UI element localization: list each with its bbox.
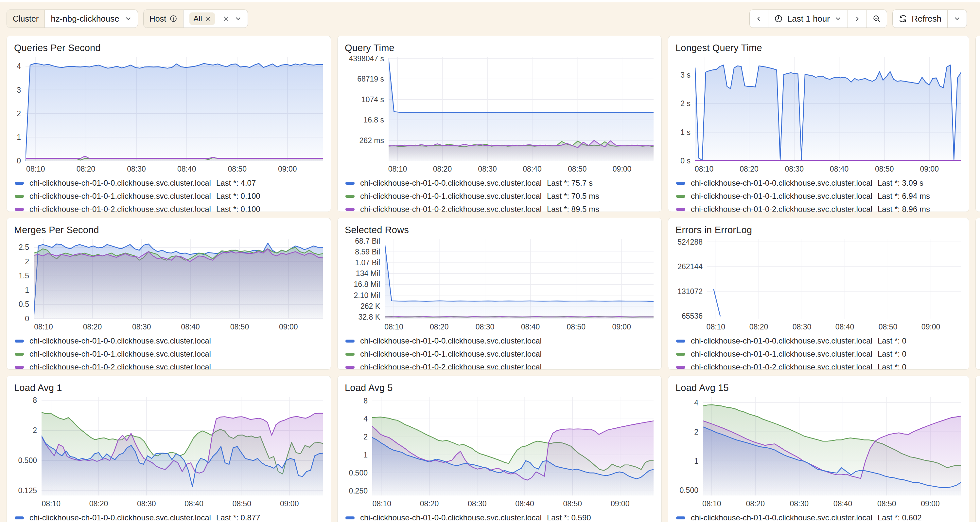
x-tick-label: 09:00 [611, 500, 630, 508]
chevron-left-icon [756, 15, 762, 22]
y-axis-labels: 65536131072262144524288 [675, 239, 703, 319]
x-tick-label: 08:40 [834, 500, 853, 508]
x-tick-label: 08:30 [476, 322, 495, 331]
x-tick-label: 08:30 [478, 165, 497, 174]
legend-item[interactable]: chi-clickhouse-ch-01-0-2.clickhouse.svc.… [15, 203, 323, 212]
y-tick-label: 0 [17, 156, 21, 165]
legend-item[interactable]: chi-clickhouse-ch-01-0-0.clickhouse.svc.… [15, 334, 323, 348]
legend-item[interactable]: chi-clickhouse-ch-01-0-1.clickhouse.svc.… [15, 348, 323, 361]
legend-item[interactable]: chi-clickhouse-ch-01-0-1.clickhouse.svc.… [345, 348, 654, 361]
legend-item[interactable]: chi-clickhouse-ch-01-0-1.clickhouse.svc.… [15, 190, 323, 203]
plot-area[interactable] [703, 397, 961, 495]
x-axis-labels: 08:1008:2008:3008:4008:5009:00 [372, 497, 654, 509]
legend-item[interactable]: chi-clickhouse-ch-01-0-1.clickhouse.svc.… [676, 348, 961, 361]
legend-item[interactable]: chi-clickhouse-ch-01-0-1.clickhouse.svc.… [345, 190, 654, 203]
legend-item[interactable]: chi-clickhouse-ch-01-0-0.clickhouse.svc.… [676, 511, 961, 522]
series-name: chi-clickhouse-ch-01-0-2.clickhouse.svc.… [29, 362, 211, 370]
legend-item[interactable]: chi-clickhouse-ch-01-0-1.clickhouse.svc.… [676, 190, 961, 203]
y-tick-label: 68.7 Bil [355, 237, 380, 246]
y-axis-labels: 01234 [13, 57, 21, 161]
series-name: chi-clickhouse-ch-01-0-0.clickhouse.svc.… [360, 336, 542, 345]
refresh-label: Refresh [912, 14, 942, 24]
legend: chi-clickhouse-ch-01-0-0.clickhouse.svc.… [676, 177, 961, 212]
chart: 01234 [13, 57, 323, 161]
y-tick-label: 2 [33, 426, 37, 435]
panel-title: Load Avg 15 [676, 383, 961, 393]
host-chip-all[interactable]: All [189, 13, 215, 25]
panel-title: Load Avg 1 [14, 383, 323, 393]
series-last-value: Last *: 0 [878, 362, 907, 370]
panel-grid: Queries Per Second 01234 08:1008:2008:30… [0, 35, 980, 522]
plot-area[interactable] [695, 57, 961, 161]
series-last-value: Last *: 89.5 ms [547, 205, 599, 212]
x-tick-label: 08:30 [790, 500, 809, 508]
cluster-value: hz-nbg-clickhouse [51, 14, 119, 24]
legend-item[interactable]: chi-clickhouse-ch-01-0-0.clickhouse.svc.… [676, 177, 961, 190]
time-range-picker[interactable]: Last 1 hour [768, 10, 848, 27]
refresh-icon [899, 14, 907, 23]
viewport-top-edge [0, 0, 980, 2]
legend-item[interactable]: chi-clickhouse-ch-01-0-2.clickhouse.svc.… [676, 203, 961, 212]
refresh-button[interactable]: Refresh [892, 10, 947, 27]
panel-clipped-sliver [975, 218, 980, 370]
series-color-swatch [15, 182, 24, 185]
plot-area[interactable] [34, 239, 323, 319]
y-tick-label: 3 [17, 86, 21, 95]
legend-item[interactable]: chi-clickhouse-ch-01-0-0.clickhouse.svc.… [345, 334, 654, 348]
plot-area[interactable] [25, 57, 323, 161]
legend-item[interactable]: chi-clickhouse-ch-01-0-0.clickhouse.svc.… [15, 177, 323, 190]
plot-area[interactable] [388, 57, 654, 161]
legend-item[interactable]: chi-clickhouse-ch-01-0-2.clickhouse.svc.… [15, 361, 323, 370]
series-color-swatch [15, 516, 24, 519]
y-tick-label: 131072 [678, 287, 703, 296]
time-shift-back-button[interactable] [750, 10, 768, 27]
x-tick-label: 08:10 [372, 500, 391, 508]
clear-selection-icon[interactable] [223, 15, 229, 22]
series-last-value: Last *: 0.100 [216, 205, 260, 212]
series-color-swatch [15, 195, 24, 198]
time-shift-forward-button[interactable] [848, 10, 866, 27]
series-name: chi-clickhouse-ch-01-0-1.clickhouse.svc.… [691, 192, 872, 201]
y-tick-label: 1 [694, 457, 698, 466]
legend-item[interactable]: chi-clickhouse-ch-01-0-2.clickhouse.svc.… [345, 203, 654, 212]
legend: chi-clickhouse-ch-01-0-0.clickhouse.svc.… [15, 511, 323, 522]
x-tick-label: 08:50 [877, 500, 896, 508]
y-tick-label: 68719 s [357, 75, 384, 83]
chevron-down-icon[interactable] [234, 15, 242, 22]
series-color-swatch [15, 340, 24, 343]
y-tick-label: 1 [17, 133, 21, 142]
chip-close-icon[interactable] [205, 16, 211, 22]
x-tick-label: 09:00 [921, 322, 940, 331]
legend-item[interactable]: chi-clickhouse-ch-01-0-0.clickhouse.svc.… [345, 511, 654, 522]
series-name: chi-clickhouse-ch-01-0-0.clickhouse.svc.… [29, 336, 211, 345]
x-tick-label: 08:40 [523, 165, 542, 174]
series-color-swatch [676, 195, 685, 198]
cluster-dropdown[interactable]: hz-nbg-clickhouse [45, 10, 138, 27]
series-color-swatch [676, 182, 685, 185]
legend-item[interactable]: chi-clickhouse-ch-01-0-2.clickhouse.svc.… [676, 361, 961, 370]
legend-item[interactable]: chi-clickhouse-ch-01-0-0.clickhouse.svc.… [676, 334, 961, 348]
legend-item[interactable]: chi-clickhouse-ch-01-0-0.clickhouse.svc.… [15, 511, 323, 522]
x-tick-label: 08:40 [830, 165, 849, 174]
x-tick-label: 08:50 [878, 322, 897, 331]
panel-title: Queries Per Second [14, 43, 323, 53]
chart: 0.2500.5001248 [344, 397, 654, 495]
zoom-out-button[interactable] [866, 10, 887, 27]
y-tick-label: 2.10 Mil [353, 291, 380, 300]
plot-area[interactable] [41, 397, 323, 495]
refresh-interval-dropdown[interactable] [947, 10, 967, 27]
series-last-value: Last *: 70.5 ms [547, 192, 599, 201]
plot-area[interactable] [707, 239, 961, 319]
y-tick-label: 1074 s [361, 95, 384, 104]
x-tick-label: 08:50 [875, 165, 894, 174]
x-tick-label: 09:00 [612, 322, 631, 331]
y-tick-label: 0.5 [19, 300, 29, 309]
x-tick-label: 08:50 [230, 322, 249, 331]
legend-item[interactable]: chi-clickhouse-ch-01-0-0.clickhouse.svc.… [345, 177, 654, 190]
plot-area[interactable] [385, 239, 654, 319]
plot-area[interactable] [372, 397, 654, 495]
chart: 0 s1 s2 s3 s [675, 57, 961, 161]
y-tick-label: 1 [25, 286, 29, 295]
legend-item[interactable]: chi-clickhouse-ch-01-0-2.clickhouse.svc.… [345, 361, 654, 370]
x-tick-label: 08:10 [34, 322, 53, 331]
